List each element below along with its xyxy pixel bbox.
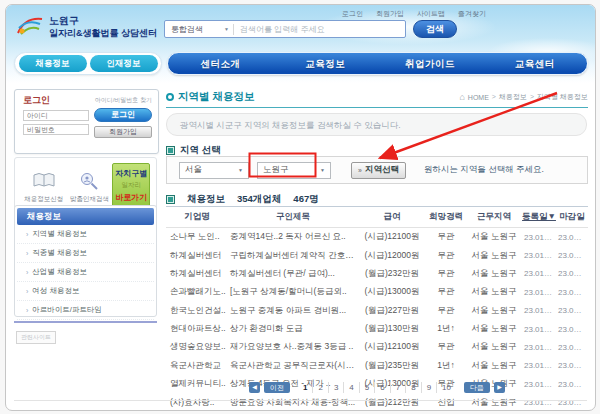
utility-link[interactable]: 즐겨찾기 <box>458 9 486 19</box>
cell-job-title[interactable]: 중계역14단..2 독자 어르신 요.. <box>228 228 358 247</box>
cell-job-title[interactable]: 구립하계실버센터 계약직 간호조.. <box>228 246 358 264</box>
page-number[interactable]: 3 <box>328 382 343 393</box>
quick-link-job-request[interactable]: 채용정보신청 <box>21 169 67 204</box>
utility-link[interactable]: 사이트맵 <box>417 9 445 19</box>
cell-job-title[interactable]: [노원구 상계동/할머니(등급외.. <box>228 283 358 301</box>
breadcrumb-item[interactable]: 채용정보 <box>489 92 527 102</box>
nav-item[interactable]: 센터소개 <box>168 53 273 74</box>
district-select[interactable]: 노원구 ▼ <box>257 162 331 179</box>
table-row[interactable]: 현대아파트상.. 상가 환경미화 도급 (월급)130만원 1년↑ 서울 노원구… <box>166 320 588 338</box>
page-number[interactable]: 4 <box>343 382 358 393</box>
district-jobs-badge[interactable]: 자치구별 일자리 바로가기 <box>112 163 150 209</box>
nav-item[interactable]: 교육센터 <box>482 53 587 74</box>
column-header[interactable]: 급여 <box>358 207 426 228</box>
page-number[interactable]: 5 <box>359 382 374 393</box>
page-number[interactable]: 6 <box>374 382 389 393</box>
join-button[interactable]: 회원가입 <box>94 126 152 138</box>
cell-company[interactable]: 소나무 노인.. <box>166 228 228 247</box>
related-sites-tab[interactable]: 관련사이트 <box>16 331 56 344</box>
badge-line2: 일자리 <box>113 181 149 190</box>
search-input[interactable] <box>234 22 405 36</box>
cell-job-title[interactable]: 하계실버센터 (무관/ 급여)... <box>228 265 358 283</box>
utility-link[interactable]: 로그인 <box>342 9 363 19</box>
cell-due-date: 23.03.03 <box>556 393 588 411</box>
login-password-field[interactable] <box>23 124 89 135</box>
page-number[interactable]: 7 <box>390 382 405 393</box>
quick-link-talent-search[interactable]: 맞춤인재검색 <box>67 169 113 204</box>
column-header[interactable]: 근무지역 <box>466 207 522 228</box>
breadcrumb-item[interactable]: HOME <box>468 94 489 101</box>
cell-company[interactable]: 하계실버센터 <box>166 265 228 283</box>
cell-job-title[interactable]: 육군사관학교 공무직근로자(시설.. <box>228 357 358 375</box>
notice-box: 광역시별 시군구 지역의 채용정보를 검색하실 수 있습니다. <box>166 113 587 136</box>
cell-location: 서울 노원구 <box>466 338 522 356</box>
cell-company[interactable]: 육군사관학교 <box>166 357 228 375</box>
page-number[interactable]: 8 <box>405 382 420 393</box>
table-row[interactable]: 소나무 노인.. 중계역14단..2 독자 어르신 요.. (시급)12100원… <box>166 228 588 247</box>
cell-company[interactable]: 생명숲요양보.. <box>166 338 228 356</box>
region-select-button[interactable]: » 지역선택 <box>351 162 406 179</box>
column-header[interactable]: 기업명 <box>166 207 228 228</box>
breadcrumb-item[interactable]: 지역별 채용정보 <box>527 92 588 102</box>
cell-reg-date: 23.01.04 <box>522 283 556 301</box>
pagination: ◀ 이전 1 2 3 4 5 6 7 8 9 10 <box>166 382 588 393</box>
cell-job-title[interactable]: 방문요양 사회복지사 채용-정책... <box>228 393 358 411</box>
page-number[interactable]: 1 <box>298 382 312 393</box>
site-logo[interactable]: 노원구 일자리&생활법률 상담센터 <box>16 13 157 41</box>
cell-job-title[interactable]: 상가 환경미화 도급 <box>228 320 358 338</box>
sidebar-menu-item[interactable]: › 지역별 채용정보 <box>17 225 154 244</box>
nav-item[interactable]: 취업가이드 <box>378 53 483 74</box>
tab-talent-info[interactable]: 인재정보 <box>90 55 158 72</box>
nav-item[interactable]: 교육정보 <box>273 53 378 74</box>
search-button[interactable]: 검색 <box>413 20 457 38</box>
table-row[interactable]: 생명숲요양보.. 재가요양보호 사..중계동 3등급 .. (시급)12100원… <box>166 338 588 356</box>
search-category-select[interactable]: 통합검색 ▼ <box>165 24 234 35</box>
table-row[interactable]: 한국노인건설.. 노원구 중계동 아파트 경비원... (월급)227만원 무관… <box>166 302 588 320</box>
cell-company[interactable]: 현대아파트상.. <box>166 320 228 338</box>
related-sites-box: 관련사이트 <box>14 321 157 347</box>
sidebar-menu-item[interactable]: › 아르바이트/파트타임 <box>17 301 154 320</box>
page-number[interactable]: 2 <box>312 382 327 393</box>
column-header[interactable]: 마감일 <box>556 207 588 228</box>
cell-location: 서울 노원구 <box>466 302 522 320</box>
cell-company[interactable]: 한국노인건설.. <box>166 302 228 320</box>
column-header[interactable]: 구인제목 <box>228 207 358 228</box>
cell-due-date: 23.03.03 <box>556 338 588 356</box>
table-row[interactable]: 하계실버센터 구립하계실버센터 계약직 간호조.. (시급)12000원 무관 … <box>166 246 588 264</box>
sidebar-menu-item[interactable]: › 직종별 채용정보 <box>17 244 154 263</box>
login-id-field[interactable] <box>23 110 89 121</box>
column-header[interactable]: 희망경력 <box>426 207 466 228</box>
login-button[interactable]: 로그인 <box>94 108 152 122</box>
prev-page-button[interactable]: 이전 <box>264 382 290 393</box>
badge-line3: 바로가기 <box>113 192 149 203</box>
table-row[interactable]: (사)효사랑.. 방문요양 사회복지사 채용-정책... (월급)212만원 신… <box>166 393 588 411</box>
utility-link[interactable]: 회원가입 <box>376 9 404 19</box>
cell-company[interactable]: 하계실버센터 <box>166 246 228 264</box>
table-row[interactable]: 육군사관학교 육군사관학교 공무직근로자(시설.. (월급)235만원 1년↑ … <box>166 357 588 375</box>
table-row[interactable]: 손과빨래기노.. [노원구 상계동/할머니(등급외.. (시급)13000원 무… <box>166 283 588 301</box>
cell-job-title[interactable]: 노원구 중계동 아파트 경비원... <box>228 302 358 320</box>
home-icon: ⌂ <box>459 92 464 102</box>
city-select[interactable]: 서울 ▼ <box>179 162 249 179</box>
cell-job-title[interactable]: 재가요양보호 사..중계동 3등급 .. <box>228 338 358 356</box>
cell-career: 무관 <box>426 265 466 283</box>
first-page-button[interactable]: ◀ <box>249 382 260 393</box>
logo-icon <box>16 13 44 41</box>
page-title-wrap: 지역별 채용정보 <box>166 90 254 104</box>
cell-company[interactable]: (사)효사랑.. <box>166 393 228 411</box>
column-header[interactable]: 등록일▼ <box>522 207 556 228</box>
table-row[interactable]: 하계실버센터 하계실버센터 (무관/ 급여)... (월급)232만원 무관 서… <box>166 265 588 283</box>
next-page-button[interactable]: 다음 <box>464 382 490 393</box>
sidebar-menu-item[interactable]: › 여성 채용정보 <box>17 282 154 301</box>
page-number[interactable]: 10 <box>436 382 456 393</box>
sidebar-menu-item[interactable]: › 산업별 채용정보 <box>17 263 154 282</box>
cell-company[interactable]: 손과빨래기노.. <box>166 283 228 301</box>
find-id-password-link[interactable]: 아이디/비밀번호 찾기 <box>95 96 152 105</box>
quick-link-label: 맞춤인재검색 <box>67 195 113 204</box>
chevron-down-icon: ▼ <box>320 167 325 173</box>
sidebar-menu: 채용정보 › 지역별 채용정보 › 직종별 채용정보 › 산업별 채용정보 <box>14 205 157 317</box>
page-number[interactable]: 9 <box>421 382 436 393</box>
quick-link-label: 채용정보신청 <box>21 195 67 204</box>
last-page-button[interactable]: ▶ <box>494 382 505 393</box>
tab-job-info[interactable]: 채용정보 <box>19 55 87 72</box>
